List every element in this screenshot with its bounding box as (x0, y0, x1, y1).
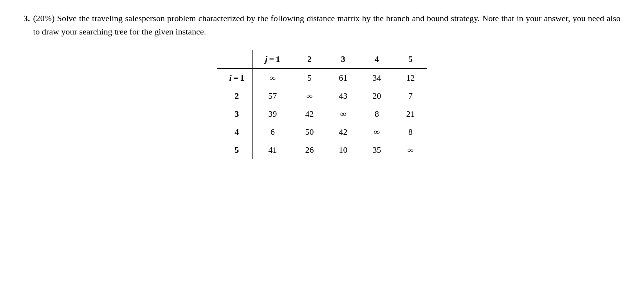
matrix-container: j = 1 2 3 4 5 i = 1 ∞ 5 61 34 12 2 57 ∞ … (23, 50, 621, 159)
row-label-5: 5 (217, 141, 253, 159)
cell-3-4: 8 (360, 105, 393, 123)
cell-5-5: ∞ (393, 141, 427, 159)
table-row: 2 57 ∞ 43 20 7 (217, 87, 428, 105)
table-row: 5 41 26 10 35 ∞ (217, 141, 428, 159)
table-row: i = 1 ∞ 5 61 34 12 (217, 69, 428, 87)
cell-1-2: 5 (292, 69, 326, 87)
cell-1-5: 12 (393, 69, 427, 87)
row-label-1: i = 1 (217, 69, 253, 87)
cell-2-1: 57 (253, 87, 293, 105)
row-label-3: 3 (217, 105, 253, 123)
cell-3-3: ∞ (326, 105, 360, 123)
cell-2-4: 20 (360, 87, 393, 105)
table-row: 3 39 42 ∞ 8 21 (217, 105, 428, 123)
cell-5-4: 35 (360, 141, 393, 159)
row-label-2: 2 (217, 87, 253, 105)
cell-5-3: 10 (326, 141, 360, 159)
problem-number: 3. (23, 12, 30, 25)
cell-4-1: 6 (253, 123, 293, 141)
cell-4-2: 50 (292, 123, 326, 141)
col-header-j1: j = 1 (253, 50, 293, 69)
cell-4-3: 42 (326, 123, 360, 141)
row-label-4: 4 (217, 123, 253, 141)
cell-3-2: 42 (292, 105, 326, 123)
cell-3-1: 39 (253, 105, 293, 123)
cell-3-5: 21 (393, 105, 427, 123)
table-row: 4 6 50 42 ∞ 8 (217, 123, 428, 141)
distance-matrix: j = 1 2 3 4 5 i = 1 ∞ 5 61 34 12 2 57 ∞ … (217, 50, 428, 159)
cell-2-3: 43 (326, 87, 360, 105)
col-header-3: 3 (326, 50, 360, 69)
cell-2-5: 7 (393, 87, 427, 105)
col-header-4: 4 (360, 50, 393, 69)
cell-1-3: 61 (326, 69, 360, 87)
problem-header: 3. (20%) Solve the traveling salesperson… (23, 12, 621, 38)
cell-5-2: 26 (292, 141, 326, 159)
col-header-2: 2 (292, 50, 326, 69)
cell-4-4: ∞ (360, 123, 393, 141)
cell-1-4: 34 (360, 69, 393, 87)
cell-2-2: ∞ (292, 87, 326, 105)
problem-text: (20%) Solve the traveling salesperson pr… (33, 12, 621, 38)
cell-5-1: 41 (253, 141, 293, 159)
corner-cell (217, 50, 253, 69)
cell-4-5: 8 (393, 123, 427, 141)
matrix-header-row: j = 1 2 3 4 5 (217, 50, 428, 69)
col-header-5: 5 (393, 50, 427, 69)
cell-1-1: ∞ (253, 69, 293, 87)
